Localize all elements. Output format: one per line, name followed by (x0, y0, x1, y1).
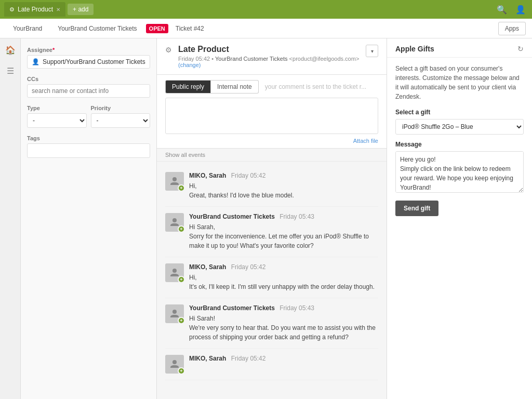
list-item: + MIKO, Sarah Friday 05:42 Hi,Great, tha… (165, 166, 378, 207)
show-all-events[interactable]: Show all events (157, 149, 387, 162)
tags-section: Tags (27, 135, 150, 158)
message-label: Message (395, 141, 524, 148)
cc-search-input[interactable] (27, 84, 150, 98)
message-textarea[interactable]: Here you go! Simply click on the link be… (395, 151, 524, 193)
breadcrumb-customer-tickets[interactable]: YourBrand Customer Tickets (51, 21, 143, 36)
message-sender: MIKO, Sarah Friday 05:42 (189, 355, 378, 362)
main-layout: 🏠 ☰ Assignee* 👤 Support/YourBrand Custom… (0, 38, 532, 399)
assignee-label: Assignee* (27, 47, 150, 53)
search-icon[interactable]: 🔍 (495, 2, 509, 17)
message-sender: MIKO, Sarah Friday 05:42 (189, 172, 378, 179)
right-panel-title: Apple Gifts (395, 45, 434, 53)
message-body: MIKO, Sarah Friday 05:42 Hi,It's ok, I'l… (189, 263, 378, 291)
add-button[interactable]: + add (68, 4, 94, 15)
avatar-badge: + (178, 317, 185, 324)
priority-field-group: Priority - (91, 105, 151, 128)
message-time: Friday 05:43 (280, 304, 314, 312)
reply-hint-text: your comment is sent to the ticket r... (265, 83, 366, 90)
breadcrumb-bar: YourBrand YourBrand Customer Tickets OPE… (0, 19, 532, 38)
list-item: + MIKO, Sarah Friday 05:42 Hi,It's ok, I… (165, 257, 378, 298)
right-panel-body: Select a gift based on your consumer's i… (387, 58, 532, 222)
avatar-container: + (165, 213, 184, 232)
reply-area: Public reply Internal note your comment … (157, 75, 387, 149)
messages-list: + MIKO, Sarah Friday 05:42 Hi,Great, tha… (157, 162, 387, 399)
message-time: Friday 05:43 (280, 213, 314, 220)
ticket-brand: YourBrand Customer Tickets (215, 56, 288, 62)
avatar-badge: + (178, 225, 185, 233)
message-text: Hi Sarah!We're very sorry to hear that. … (189, 314, 378, 342)
internal-note-tab[interactable]: Internal note (211, 80, 259, 94)
message-text: Hi,It's ok, I'll keep it. I'm still very… (189, 273, 378, 291)
svg-point-2 (172, 269, 177, 273)
avatar-container: + (165, 355, 184, 374)
apps-button[interactable]: Apps (498, 22, 526, 35)
avatar-badge: + (178, 184, 185, 192)
left-panel: Assignee* 👤 Support/YourBrand Customer T… (21, 38, 157, 399)
gift-select[interactable]: iPod® Shuffle 2Go – Blue iPod® Shuffle 2… (395, 119, 524, 135)
message-time: Friday 05:42 (231, 355, 266, 362)
breadcrumb-yourbrand[interactable]: YourBrand (6, 21, 49, 36)
right-panel-header: Apple Gifts ↻ (387, 38, 532, 58)
ticket-title-block: Late Product Friday 05:42 • YourBrand Cu… (178, 45, 360, 68)
cc-section: CCs (27, 76, 150, 98)
tags-label: Tags (27, 135, 150, 141)
avatar-container: + (165, 263, 184, 282)
profile-icon[interactable]: 👤 (513, 2, 528, 17)
assignee-field[interactable]: 👤 Support/YourBrand Customer Tickets (27, 55, 150, 69)
top-bar: ⚙ Late Product ✕ + add 🔍 👤 (0, 0, 532, 19)
priority-select[interactable]: - (91, 113, 151, 128)
avatar-container: + (165, 172, 184, 191)
svg-point-1 (172, 218, 177, 222)
tickets-icon[interactable]: ☰ (3, 63, 18, 78)
left-icon-bar: 🏠 ☰ (0, 38, 21, 399)
type-field-group: Type - (27, 105, 87, 128)
svg-point-3 (172, 310, 177, 314)
message-time: Friday 05:42 (231, 263, 266, 271)
home-icon[interactable]: 🏠 (3, 43, 18, 57)
ticket-header: ⚙ Late Product Friday 05:42 • YourBrand … (157, 38, 387, 75)
priority-label: Priority (91, 105, 151, 111)
ticket-email: <product@ifeelgoods.com> (289, 56, 360, 62)
avatar-container: + (165, 304, 184, 323)
public-reply-tab[interactable]: Public reply (165, 80, 211, 94)
message-time: Friday 05:42 (231, 172, 266, 179)
cc-label: CCs (27, 76, 150, 82)
list-item: + YourBrand Customer Tickets Friday 05:4… (165, 298, 378, 349)
svg-point-0 (172, 177, 177, 181)
ticket-title: Late Product (178, 45, 360, 54)
ticket-gear-icon[interactable]: ⚙ (165, 46, 172, 54)
type-label: Type (27, 105, 87, 111)
active-tab[interactable]: ⚙ Late Product ✕ (4, 2, 65, 17)
message-sender: MIKO, Sarah Friday 05:42 (189, 263, 378, 271)
list-item: + MIKO, Sarah Friday 05:42 (165, 349, 378, 380)
type-select[interactable]: - (27, 113, 87, 128)
reply-tabs: Public reply Internal note your comment … (165, 80, 378, 94)
tab-label: Late Product (18, 6, 53, 13)
svg-point-4 (172, 360, 177, 364)
send-gift-button[interactable]: Send gift (395, 201, 438, 216)
type-priority-row: Type - Priority - (27, 105, 150, 128)
ticket-dropdown-button[interactable]: ▾ (366, 45, 378, 57)
avatar-badge: + (178, 367, 185, 375)
refresh-icon[interactable]: ↻ (517, 45, 524, 53)
message-text: Hi Sarah,Sorry for the inconvenience. Le… (189, 222, 378, 250)
ticket-number: Ticket #42 (170, 22, 209, 35)
person-icon: 👤 (32, 58, 39, 65)
ticket-time: Friday 05:42 (178, 56, 210, 62)
tab-gear-icon: ⚙ (9, 6, 15, 13)
add-button-label: + add (73, 6, 88, 13)
list-item: + YourBrand Customer Tickets Friday 05:4… (165, 207, 378, 257)
reply-textarea[interactable] (165, 98, 378, 134)
open-badge: OPEN (146, 24, 168, 33)
message-sender: YourBrand Customer Tickets Friday 05:43 (189, 304, 378, 312)
message-text: Hi,Great, thanks! I'd love the blue mode… (189, 181, 378, 200)
message-sender: YourBrand Customer Tickets Friday 05:43 (189, 213, 378, 220)
tab-close-icon[interactable]: ✕ (56, 7, 60, 12)
tags-input[interactable] (27, 143, 150, 158)
attach-file-link[interactable]: Attach file (353, 138, 378, 144)
center-panel: ⚙ Late Product Friday 05:42 • YourBrand … (157, 38, 387, 399)
right-panel: Apple Gifts ↻ Select a gift based on you… (387, 38, 532, 399)
ticket-meta: Friday 05:42 • YourBrand Customer Ticket… (178, 56, 360, 68)
ticket-change-link[interactable]: (change) (178, 62, 201, 68)
message-body: YourBrand Customer Tickets Friday 05:43 … (189, 213, 378, 250)
